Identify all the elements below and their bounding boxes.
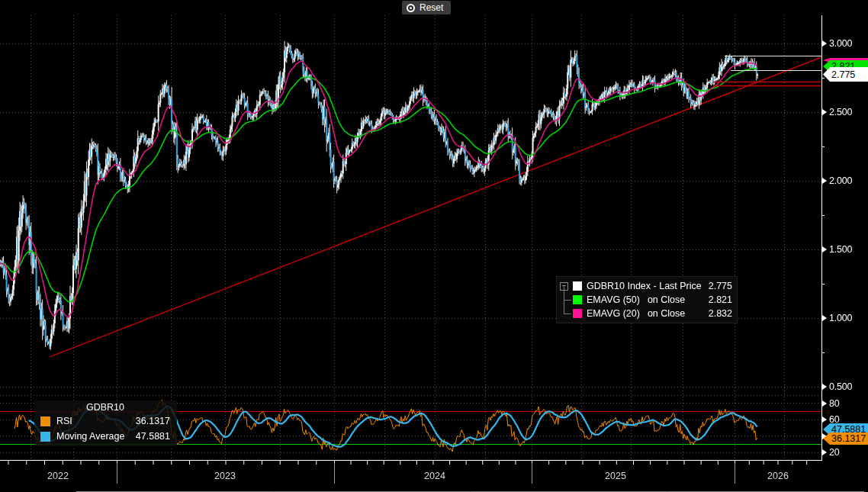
legend-row-emavg50[interactable]: EMAVG (50) on Close 2.821 xyxy=(560,293,732,307)
rsi-value: 36.1317 xyxy=(136,416,170,426)
rsi-axis-badge: 36.1317 xyxy=(823,433,868,445)
tick-arrow-icon xyxy=(822,109,827,115)
price-axis-tick: 1.000 xyxy=(822,312,852,324)
legend-qualifier: on Close xyxy=(648,294,685,305)
rsi-label: RSI xyxy=(56,416,72,426)
reset-button-label: Reset xyxy=(420,2,443,13)
rsi-axis-tick: 20 xyxy=(822,446,840,458)
rsi-ma-value: 47.5881 xyxy=(136,431,170,442)
last-price-swatch-icon xyxy=(573,281,582,291)
price-panel-legend: − GDBR10 Index - Last Price 2.775 EMAVG … xyxy=(556,276,738,323)
tick-arrow-icon xyxy=(822,416,827,423)
reset-target-icon xyxy=(407,4,415,12)
legend-value: 2.821 xyxy=(709,294,732,305)
legend-qualifier: on Close xyxy=(648,308,685,319)
legend-label: GDBR10 Index - Last Price xyxy=(587,281,702,291)
tick-arrow-icon xyxy=(822,400,827,407)
emavg50-swatch-icon xyxy=(573,295,582,304)
price-axis-tick: 0.500 xyxy=(822,381,852,393)
legend-label: EMAVG (50) xyxy=(587,294,640,305)
legend-value: 2.775 xyxy=(709,281,732,291)
rsi-panel-title: GDBR10 xyxy=(40,401,170,413)
legend-value: 2.832 xyxy=(709,308,732,319)
tick-arrow-icon xyxy=(822,246,827,252)
tick-arrow-icon xyxy=(822,178,827,184)
price-axis-tick: 3.000 xyxy=(822,37,852,50)
legend-label: EMAVG (20) xyxy=(587,308,640,319)
reset-button[interactable]: Reset xyxy=(402,1,451,14)
x-axis-year-label: 2025 xyxy=(605,471,626,481)
legend-row-last-price[interactable]: − GDBR10 Index - Last Price 2.775 xyxy=(560,279,732,293)
tick-arrow-icon xyxy=(822,315,827,321)
rsi-axis-tick: 80 xyxy=(822,397,840,410)
x-axis-year-label: 2022 xyxy=(47,471,69,481)
tick-arrow-icon xyxy=(822,40,827,47)
x-axis-year-label: 2023 xyxy=(214,471,236,481)
rsi-ma-swatch-icon xyxy=(40,432,50,442)
x-axis-year-label: 2026 xyxy=(767,471,789,481)
rsi-panel-legend: GDBR10 RSI 36.1317 Moving Average 47.588… xyxy=(34,400,177,446)
emavg20-swatch-icon xyxy=(573,309,582,318)
terminal-chart-window: Reset 3.000 2.500 2.000 1.500 1.000 0.50… xyxy=(0,0,868,492)
price-axis-tick: 1.500 xyxy=(822,243,852,256)
rsi-ma-label: Moving Average xyxy=(56,431,124,442)
legend-row-emavg20[interactable]: EMAVG (20) on Close 2.832 xyxy=(560,307,732,320)
x-axis-year-label: 2024 xyxy=(424,471,445,481)
price-axis-tick: 2.500 xyxy=(822,106,852,118)
price-axis-tick: 2.000 xyxy=(822,175,852,187)
rsi-legend-row[interactable]: RSI 36.1317 xyxy=(40,413,170,429)
rsi-swatch-icon xyxy=(40,416,50,426)
last-price-axis-badge: 2.775 xyxy=(823,67,868,82)
tick-arrow-icon xyxy=(822,449,827,455)
tick-arrow-icon xyxy=(822,384,827,390)
rsi-ma-legend-row[interactable]: Moving Average 47.5881 xyxy=(40,429,170,444)
